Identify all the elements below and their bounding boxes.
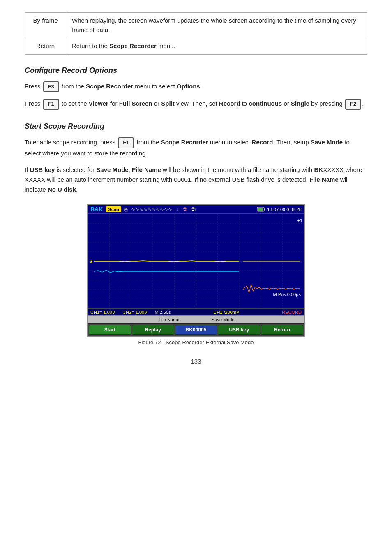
scope-record-label: RECORD [282,310,302,315]
scope-topbar: B&K Scan ∿∿∿∿∿∿∿∿∿∿ ↓ [88,205,304,214]
scope-meas-bar: CH1= 1.00V CH2= 1.00V M 2.50s CH1 /200mV… [88,308,304,315]
scope-menu-label-1 [88,319,142,320]
scope-screen: B&K Scan ∿∿∿∿∿∿∿∿∿∿ ↓ [87,204,305,337]
table-cell-label-return: Return [25,38,66,55]
print-icon [190,206,196,212]
configure-heading: Configure Record Options [25,66,367,75]
scope-menu-label-4 [250,319,304,320]
svg-rect-1 [125,209,127,210]
f1-key: F1 [43,99,59,110]
scope-grid-area: 3 +1 M Pos:0.00μs [88,214,304,308]
lock-icon [123,206,129,212]
svg-rect-8 [264,208,265,210]
scope-scan-badge: Scan [106,206,121,212]
figure-caption: Figure 72 - Scope Recorder External Save… [138,339,254,345]
scope-menu-label-2: File Name [142,317,196,322]
scope-btn-return[interactable]: Return [261,325,303,335]
f1-key-2: F1 [118,137,134,148]
start-section: Start Scope Recording To enable scope re… [25,122,367,345]
scope-menu-label-3: Save Mode [196,317,250,322]
svg-point-2 [184,208,186,210]
page-number: 133 [25,358,367,365]
start-para2: If USB key is selected for Save Mode, Fi… [25,165,367,195]
configure-para2: Press F1 to set the Viewer for Full Scre… [25,99,367,110]
scope-m-meas: M 2.50s [154,310,171,315]
svg-point-3 [183,207,187,211]
f2-key: F2 [345,99,361,110]
table-row: By frame When replaying, the screen wave… [25,13,367,38]
scope-ch1-scale: CH1 /200mV [213,310,239,315]
table-row: Return Return to the Scope Recorder menu… [25,38,367,55]
scope-ch2-meas: CH2= 1.00V [122,310,147,315]
replay-options-table: By frame When replaying, the screen wave… [25,12,367,55]
f3-key: F3 [43,81,59,93]
scope-icons: ∿∿∿∿∿∿∿∿∿∿ ↓ [123,206,254,212]
scope-btn-row: Start Replay BK00005 USB key Return [88,323,304,336]
scope-brand-label: B&K [90,206,103,213]
scope-btn-replay[interactable]: Replay [132,325,174,335]
arrow-icon: ↓ [176,206,179,212]
scope-datetime: 13-07-09 0:38:28 [267,207,302,212]
scope-ch1-marker: 3 [90,258,92,264]
start-heading: Start Scope Recording [25,122,367,131]
waveform-icon: ∿∿∿∿∿∿∿∿∿∿ [131,206,172,212]
scope-btn-usbkey[interactable]: USB key [218,325,260,335]
scope-screenshot-container: B&K Scan ∿∿∿∿∿∿∿∿∿∿ ↓ [25,204,367,345]
table-cell-desc-byframe: When replaying, the screen waveform upda… [66,13,367,38]
configure-section: Configure Record Options Press F3 from t… [25,66,367,110]
table-cell-desc-return: Return to the Scope Recorder menu. [66,38,367,55]
scope-ch1-meas: CH1= 1.00V [90,310,115,315]
scope-mpos-label: M Pos:0.00μs [273,292,301,297]
battery-icon [257,207,265,212]
svg-rect-9 [258,208,263,211]
scope-menu-labels-row: File Name Save Mode [88,315,304,323]
scope-waveform-svg [88,214,304,308]
gear-icon [182,206,188,212]
scope-btn-filename[interactable]: BK00005 [175,325,217,335]
svg-rect-5 [192,207,194,209]
configure-para1: Press F3 from the Scope Recorder menu to… [25,81,367,93]
scope-plus-marker: +1 [297,218,302,223]
start-para1: To enable scope recording, press F1 from… [25,137,367,158]
table-cell-label-byframe: By frame [25,13,66,38]
svg-rect-6 [192,210,194,211]
scope-btn-start[interactable]: Start [89,325,131,335]
